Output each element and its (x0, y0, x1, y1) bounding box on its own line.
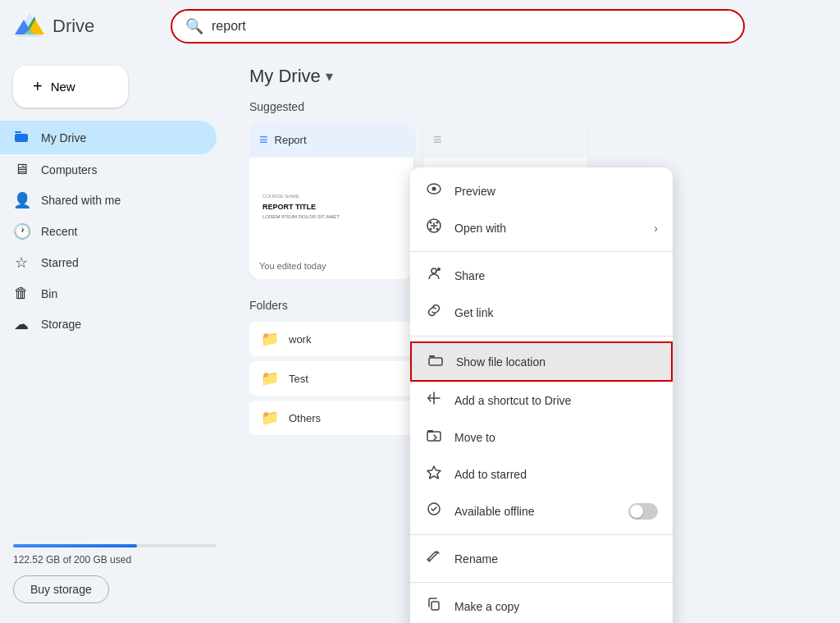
folder-icon-work: 📁 (261, 330, 279, 348)
move-to-icon (425, 427, 443, 447)
open-with-icon (425, 218, 443, 238)
offline-toggle-knob (630, 505, 643, 518)
rename-icon (425, 548, 443, 569)
available-offline-icon (425, 501, 443, 521)
report-title-label: REPORT TITLE (262, 202, 400, 213)
my-drive-icon (13, 127, 30, 148)
search-bar[interactable]: 🔍 (171, 9, 745, 44)
available-offline-label: Available offline (454, 505, 617, 518)
report-preview-content: COURSE NAME REPORT TITLE LOREM IPSUM DOL… (259, 190, 404, 223)
menu-item-get-link[interactable]: Get link (410, 294, 673, 331)
share-label: Share (454, 269, 658, 282)
sidebar-item-storage[interactable]: ☁ Storage (0, 309, 217, 340)
get-link-label: Get link (454, 306, 658, 319)
search-input[interactable] (212, 19, 730, 34)
sidebar-item-label: Recent (41, 225, 77, 238)
drive-title-row: My Drive ▾ (249, 66, 820, 87)
svg-rect-23 (427, 430, 433, 433)
folder-item-others[interactable]: 📁 Others (249, 401, 413, 435)
menu-item-move-to[interactable]: Move to (410, 419, 673, 456)
main-layout: + New My Drive 🖥 Computers 👤 Shared with… (0, 53, 840, 623)
svg-marker-24 (427, 466, 441, 479)
course-name-label: COURSE NAME (262, 193, 400, 199)
file-card-report[interactable]: ≡ Report COURSE NAME REPORT TITLE LOREM … (249, 123, 413, 279)
search-icon: 🔍 (185, 17, 203, 35)
buy-storage-button[interactable]: Buy storage (13, 575, 109, 603)
suggested-label: Suggested (249, 100, 820, 113)
drive-logo-icon (13, 10, 46, 43)
svg-point-9 (432, 187, 436, 191)
storage-bar (13, 544, 217, 547)
menu-item-add-shortcut[interactable]: Add a shortcut to Drive (410, 382, 673, 419)
logo-text: Drive (52, 16, 94, 37)
sidebar-item-label: Shared with me (41, 194, 121, 207)
storage-section: 122.52 GB of 200 GB used Buy storage (0, 531, 230, 616)
computers-icon: 🖥 (13, 161, 30, 178)
svg-rect-26 (431, 602, 439, 610)
get-link-icon (425, 302, 443, 323)
svg-point-14 (436, 222, 439, 224)
menu-item-open-with[interactable]: Open with › (410, 209, 673, 246)
move-to-label: Move to (454, 431, 658, 444)
svg-rect-6 (15, 131, 21, 133)
show-location-icon (427, 351, 445, 372)
sidebar-item-computers[interactable]: 🖥 Computers (0, 154, 217, 185)
add-starred-icon (425, 464, 443, 484)
add-starred-label: Add to starred (454, 468, 658, 481)
menu-item-preview[interactable]: Preview (410, 172, 673, 209)
file-card-header-2: ≡ (423, 123, 587, 158)
menu-item-share[interactable]: Share (410, 257, 673, 294)
file-card-header: ≡ Report (249, 123, 413, 158)
sidebar-item-label: My Drive (41, 131, 86, 144)
file-card-footer: You edited today (249, 256, 413, 279)
make-copy-label: Make a copy (454, 600, 658, 613)
svg-rect-21 (429, 358, 442, 365)
doc-icon: ≡ (259, 131, 268, 149)
file-card-name: Report (275, 134, 307, 146)
folder-icon-others: 📁 (261, 409, 279, 427)
svg-rect-20 (429, 355, 435, 357)
sidebar-item-shared[interactable]: 👤 Shared with me (0, 185, 217, 216)
sidebar-item-bin[interactable]: 🗑 Bin (0, 278, 217, 309)
recent-icon: 🕐 (13, 222, 30, 240)
new-button[interactable]: + New (13, 66, 128, 108)
folder-item-work[interactable]: 📁 work (249, 322, 413, 356)
shared-icon: 👤 (13, 191, 30, 209)
sidebar: + New My Drive 🖥 Computers 👤 Shared with… (0, 53, 230, 623)
folder-name-test: Test (289, 373, 308, 385)
menu-item-show-location[interactable]: Show file location (410, 341, 673, 382)
divider-4 (410, 582, 673, 583)
rename-label: Rename (454, 552, 658, 566)
sidebar-item-recent[interactable]: 🕐 Recent (0, 216, 217, 247)
make-copy-icon (425, 596, 443, 616)
show-location-label: Show file location (456, 355, 656, 369)
divider-1 (410, 251, 673, 252)
svg-point-17 (431, 268, 436, 273)
sidebar-item-starred[interactable]: ☆ Starred (0, 247, 217, 278)
file-card-preview: COURSE NAME REPORT TITLE LOREM IPSUM DOL… (249, 158, 413, 256)
open-with-arrow-icon: › (654, 222, 658, 235)
drive-chevron-icon[interactable]: ▾ (326, 67, 333, 85)
divider-2 (410, 336, 673, 337)
drive-title: My Drive (249, 66, 321, 87)
menu-item-add-starred[interactable]: Add to starred (410, 456, 673, 492)
lorem-text: LOREM IPSUM DOLOR SIT AMET (262, 213, 400, 220)
sidebar-item-label: Bin (41, 287, 57, 300)
share-icon (425, 265, 443, 286)
menu-item-available-offline[interactable]: Available offline (410, 492, 673, 529)
preview-icon (425, 181, 443, 201)
sidebar-item-my-drive[interactable]: My Drive (0, 121, 217, 154)
storage-text: 122.52 GB of 200 GB used (13, 554, 217, 566)
menu-item-make-copy[interactable]: Make a copy (410, 588, 673, 623)
logo-area: Drive (13, 10, 161, 43)
folder-item-test[interactable]: 📁 Test (249, 361, 413, 396)
new-button-label: New (51, 80, 75, 94)
menu-item-rename[interactable]: Rename (410, 540, 673, 577)
new-plus-icon: + (33, 77, 43, 96)
folder-icon-test: 📁 (261, 369, 279, 387)
add-shortcut-icon (425, 390, 443, 410)
header: Drive 🔍 (0, 0, 840, 53)
context-menu: Preview Open with › Share (410, 167, 673, 623)
offline-toggle[interactable] (628, 503, 658, 520)
storage-bar-fill (13, 544, 137, 547)
